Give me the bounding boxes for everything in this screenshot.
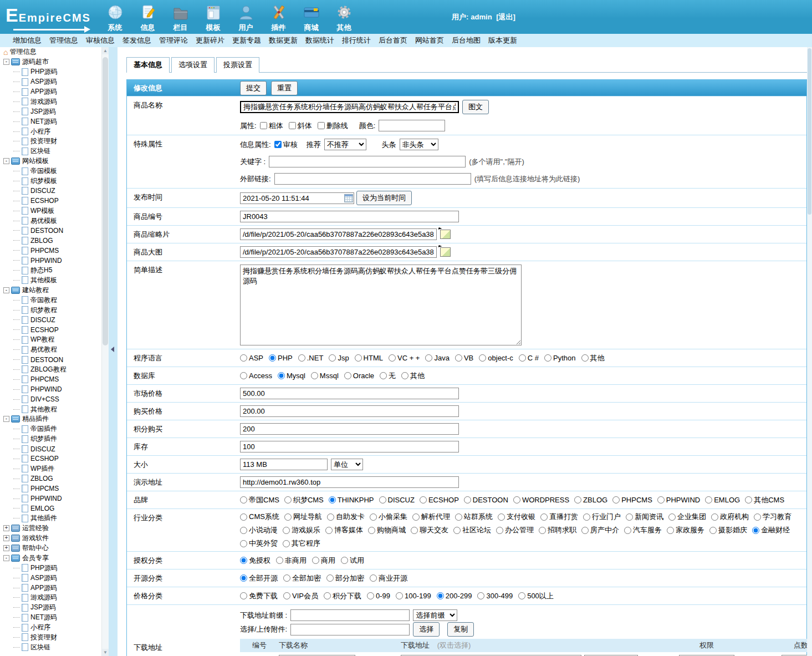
menu-item-other[interactable]: 其他 <box>328 2 360 33</box>
price-category-option[interactable]: VIP会员 <box>283 591 318 601</box>
tree-item[interactable]: ⌂ 游戏源码 <box>0 593 101 603</box>
scrollbar-thumb[interactable] <box>808 48 811 215</box>
tree-item[interactable]: ⌂ DESTOON <box>0 355 101 365</box>
tree-item[interactable]: ⌂ DISCUZ <box>0 444 101 454</box>
set-current-time-button[interactable]: 设为当前时间 <box>356 191 412 205</box>
database-option[interactable]: Oracle <box>344 372 374 380</box>
scroll-up-icon[interactable]: ▲ <box>102 47 109 54</box>
tree-expander-icon[interactable] <box>3 416 9 422</box>
price-category-option[interactable]: 300-499 <box>477 592 513 600</box>
industry-option[interactable]: 办公管理 <box>496 525 534 535</box>
tree-item[interactable]: ⌂ 投资理财 <box>0 633 101 643</box>
industry-option[interactable]: 新闻资讯 <box>626 512 663 522</box>
tree-item[interactable]: ⌂ 源码超市 <box>0 57 101 67</box>
brand-option[interactable]: ECSHOP <box>420 496 459 504</box>
brand-option[interactable]: THINKPHP <box>329 496 374 504</box>
tree-item[interactable]: ⌂ WP插件 <box>0 464 101 474</box>
buy-price-input[interactable] <box>240 405 459 417</box>
title-style-option[interactable]: 斜体 <box>289 121 312 131</box>
external-link-input[interactable] <box>274 173 471 185</box>
collapse-sidebar-icon[interactable] <box>111 347 114 352</box>
tree-item[interactable]: ⌂ PHPWIND <box>0 256 101 266</box>
tree-item[interactable]: ⌂ 帝国插件 <box>0 424 101 434</box>
auth-option[interactable]: 非商用 <box>276 556 307 566</box>
tree-item[interactable]: ⌂ PHP源码 <box>0 563 101 573</box>
title-style-option[interactable]: 粗体 <box>260 121 283 131</box>
reset-button[interactable]: 重置 <box>271 81 298 95</box>
image-picker-icon[interactable] <box>440 247 451 257</box>
opensource-option[interactable]: 部分加密 <box>326 573 364 583</box>
tree-item[interactable]: ⌂ 建站教程 <box>0 285 101 295</box>
tree-item[interactable]: ⌂ APP源码 <box>0 583 101 593</box>
choose-button[interactable]: 选择 <box>413 622 440 637</box>
tree-item[interactable]: ⌂ ZBLOG <box>0 236 101 246</box>
brand-option[interactable]: PHPWIND <box>657 496 700 504</box>
brand-option[interactable]: EMLOG <box>705 496 740 504</box>
industry-option[interactable]: 博客媒体 <box>325 525 363 535</box>
image-picker-icon[interactable] <box>440 230 451 239</box>
title-style-option[interactable]: 删除线 <box>318 121 348 131</box>
menu-item-system[interactable]: 系统 <box>99 2 131 33</box>
tree-item[interactable]: ⌂ ZBLOG教程 <box>0 365 101 375</box>
language-option[interactable]: C # <box>519 354 539 362</box>
tree-item[interactable]: ⌂ ECSHOP <box>0 196 101 206</box>
menu-item-column[interactable]: 栏目 <box>164 2 197 33</box>
tree-item[interactable]: ⌂ PHPCMS <box>0 374 101 384</box>
pic-text-button[interactable]: 图文 <box>462 100 489 114</box>
tree-item[interactable]: ⌂ ASP源码 <box>0 573 101 583</box>
brand-option[interactable]: ZBLOG <box>574 496 607 504</box>
industry-option[interactable]: 游戏娱乐 <box>283 525 320 535</box>
industry-option[interactable]: 小偷采集 <box>370 512 407 522</box>
tree-item[interactable]: ⌂ DISCUZ <box>0 315 101 325</box>
industry-option[interactable]: 网址导航 <box>284 512 322 522</box>
tree-item[interactable]: ⌂ 易优教程 <box>0 345 101 355</box>
tree-item[interactable]: ⌂ 易优模板 <box>0 216 101 226</box>
language-option[interactable]: 其他 <box>581 353 605 363</box>
menu-item-template[interactable]: 模板 <box>197 2 229 33</box>
industry-option[interactable]: 行业门户 <box>583 512 621 522</box>
price-category-option[interactable]: 200-299 <box>437 592 472 600</box>
product-name-input[interactable] <box>240 101 459 113</box>
industry-option[interactable]: 购物商城 <box>368 525 406 535</box>
brand-option[interactable]: 其他CMS <box>745 495 784 505</box>
calendar-icon[interactable] <box>344 194 353 202</box>
tree-item[interactable]: ⌂ JSP源码 <box>0 106 101 116</box>
industry-option[interactable]: 社区论坛 <box>453 525 491 535</box>
tree-expander-icon[interactable] <box>3 287 9 293</box>
tree-item[interactable]: ⌂ APP源码 <box>0 87 101 97</box>
database-option[interactable]: 无 <box>380 371 396 381</box>
industry-option[interactable]: 站群系统 <box>455 512 493 522</box>
auth-option[interactable]: 免授权 <box>240 556 270 566</box>
points-buy-input[interactable] <box>240 423 459 435</box>
audit-checkbox[interactable]: 审核 <box>274 140 298 150</box>
brand-option[interactable]: 帝国CMS <box>240 495 279 505</box>
scroll-down-icon[interactable]: ▼ <box>102 649 109 656</box>
tree-item[interactable]: ⌂ NET源码 <box>0 116 101 126</box>
thumb-path-input[interactable] <box>240 228 437 240</box>
language-option[interactable]: ASP <box>240 354 263 362</box>
page-scrollbar[interactable] <box>807 47 812 656</box>
publish-time-input[interactable] <box>240 192 354 204</box>
tree-expander-icon[interactable] <box>3 158 9 164</box>
size-input[interactable] <box>240 459 328 470</box>
tab[interactable]: 基本信息 <box>126 57 170 73</box>
logout-link[interactable]: [退出] <box>496 13 515 21</box>
tree-expander-icon[interactable] <box>3 535 9 541</box>
auth-option[interactable]: 商用 <box>312 556 335 566</box>
market-price-input[interactable] <box>240 388 459 399</box>
tree-item[interactable]: ⌂ 帝国模板 <box>0 166 101 176</box>
industry-option[interactable]: 自助发卡 <box>327 512 365 522</box>
industry-option[interactable]: 摄影婚庆 <box>709 525 747 535</box>
tree-item[interactable]: ⌂ 织梦模板 <box>0 176 101 186</box>
industry-option[interactable]: 房产中介 <box>581 525 619 535</box>
industry-option[interactable]: 支付收银 <box>498 512 535 522</box>
tab[interactable]: 选项设置 <box>171 57 215 73</box>
tree-item[interactable]: ⌂ 投资理财 <box>0 136 101 146</box>
nav-link[interactable]: 增加信息 <box>13 35 42 45</box>
brand-option[interactable]: PHPCMS <box>612 496 652 504</box>
industry-option[interactable]: 直播打赏 <box>540 512 578 522</box>
tree-item[interactable]: ⌂ PHPCMS <box>0 484 101 494</box>
database-option[interactable]: Mssql <box>311 372 339 380</box>
nav-link[interactable]: 数据更新 <box>269 35 298 45</box>
tree-item[interactable]: ⌂ 其他模板 <box>0 275 101 285</box>
